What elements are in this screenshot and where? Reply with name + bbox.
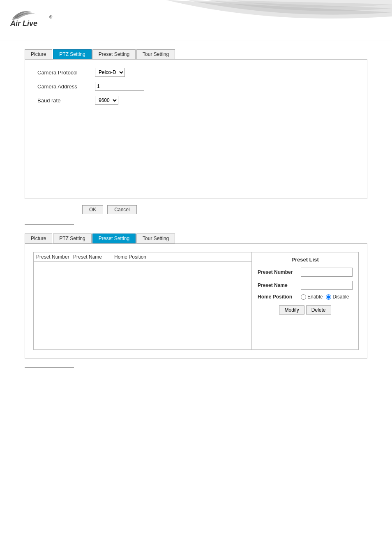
- camera-protocol-row: Camera Protocol Pelco-D Pelco-P: [37, 68, 355, 77]
- tab-preset-setting-2[interactable]: Preset Setting: [92, 234, 136, 243]
- tab-ptz-setting-1[interactable]: PTZ Setting: [53, 49, 91, 59]
- airlive-logo: Air Live ®: [8, 6, 62, 31]
- tab-picture-2[interactable]: Picture: [25, 234, 52, 243]
- bottom-divider: [25, 367, 74, 368]
- preset-number-input[interactable]: [301, 268, 353, 277]
- ok-button[interactable]: OK: [82, 205, 103, 214]
- baud-rate-label: Baud rate: [37, 97, 95, 104]
- section2: Picture PTZ Setting Preset Setting Tour …: [25, 234, 367, 358]
- tab-ptz-setting-2[interactable]: PTZ Setting: [53, 234, 91, 243]
- baud-rate-select[interactable]: 9600 4800 2400 1200: [95, 96, 118, 105]
- section-divider: [25, 224, 74, 225]
- preset-table-body: [34, 262, 251, 344]
- camera-address-input[interactable]: [95, 82, 144, 91]
- tab-tour-setting-2[interactable]: Tour Setting: [136, 234, 175, 243]
- preset-action-buttons: Modify Delete: [258, 305, 353, 314]
- camera-address-row: Camera Address: [37, 82, 355, 91]
- baud-rate-control: 9600 4800 2400 1200: [95, 96, 118, 105]
- preset-table-header: Preset Number Preset Name Home Position: [34, 252, 251, 262]
- delete-button[interactable]: Delete: [306, 305, 331, 314]
- camera-protocol-control: Pelco-D Pelco-P: [95, 68, 125, 77]
- svg-text:Air Live: Air Live: [10, 19, 37, 28]
- preset-name-input[interactable]: [301, 281, 353, 290]
- home-position-label: Home Position: [258, 294, 301, 300]
- tab-tour-setting-1[interactable]: Tour Setting: [136, 49, 175, 59]
- preset-list-panel: Preset List Preset Number Preset Name Ho…: [252, 252, 359, 350]
- camera-address-control: [95, 82, 144, 91]
- preset-name-row: Preset Name: [258, 281, 353, 290]
- svg-text:®: ®: [49, 15, 53, 19]
- home-enable-radio[interactable]: [301, 294, 306, 300]
- preset-list-title: Preset List: [258, 257, 353, 263]
- section1: Picture PTZ Setting Preset Setting Tour …: [25, 49, 367, 220]
- col-header-preset-name: Preset Name: [73, 254, 114, 260]
- cancel-button[interactable]: Cancel: [107, 205, 136, 214]
- preset-table-area: Preset Number Preset Name Home Position: [33, 252, 252, 350]
- col-header-home-position: Home Position: [114, 254, 164, 260]
- tab-preset-setting-1[interactable]: Preset Setting: [92, 49, 136, 59]
- action-buttons-1: OK Cancel: [25, 199, 367, 220]
- tab-bar-1: Picture PTZ Setting Preset Setting Tour …: [25, 49, 367, 59]
- home-disable-radio[interactable]: [326, 294, 331, 300]
- ptz-setting-panel: Camera Protocol Pelco-D Pelco-P Camera A…: [25, 59, 367, 199]
- header: Air Live ®: [0, 0, 392, 41]
- tab-picture-1[interactable]: Picture: [25, 49, 52, 59]
- camera-address-label: Camera Address: [37, 83, 95, 90]
- camera-protocol-label: Camera Protocol: [37, 69, 95, 76]
- preset-number-label: Preset Number: [258, 269, 301, 275]
- col-header-preset-number: Preset Number: [36, 254, 73, 260]
- preset-setting-panel: Preset Number Preset Name Home Position …: [25, 243, 367, 358]
- preset-number-row: Preset Number: [258, 268, 353, 277]
- main-content: Picture PTZ Setting Preset Setting Tour …: [0, 41, 392, 384]
- home-position-radio-group: Enable Disable: [301, 294, 349, 300]
- header-decoration: [145, 0, 392, 41]
- tab-bar-2: Picture PTZ Setting Preset Setting Tour …: [25, 234, 367, 243]
- camera-protocol-select[interactable]: Pelco-D Pelco-P: [95, 68, 125, 77]
- home-enable-label[interactable]: Enable: [301, 294, 323, 300]
- modify-button[interactable]: Modify: [279, 305, 304, 314]
- baud-rate-row: Baud rate 9600 4800 2400 1200: [37, 96, 355, 105]
- home-disable-label[interactable]: Disable: [326, 294, 349, 300]
- preset-name-label: Preset Name: [258, 282, 301, 288]
- home-position-row: Home Position Enable Disable: [258, 294, 353, 300]
